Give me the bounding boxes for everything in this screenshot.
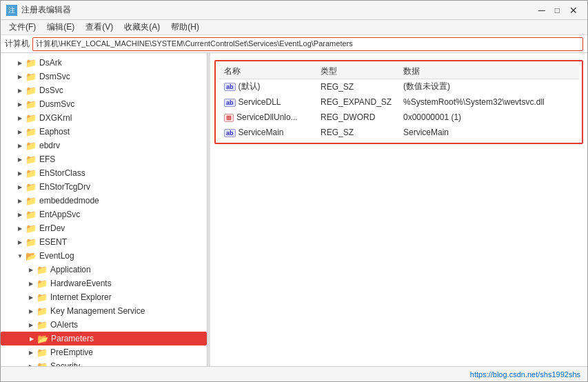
label-ehstortcgdrv: EhStorTcgDrv — [39, 182, 90, 192]
folder-icon-ebdrv — [26, 141, 37, 150]
folder-icon-eaphost — [26, 127, 37, 137]
tree-item-parameters[interactable]: Parameters — [1, 332, 207, 345]
label-dssvc: DsSvc — [39, 86, 63, 95]
status-link[interactable]: https://blog.csdn.net/shs1992shs — [470, 370, 580, 379]
folder-icon-dsark — [26, 58, 37, 68]
tree-item-dssvc[interactable]: DsSvc — [1, 83, 207, 97]
expand-application — [26, 264, 37, 275]
address-label: 计算机 — [5, 38, 30, 50]
tree-item-internetexplorer[interactable]: Internet Explorer — [1, 290, 207, 304]
tree-item-dsark[interactable]: DsArk — [1, 56, 207, 70]
menu-favorites[interactable]: 收藏夹(A) — [119, 20, 165, 34]
table-row[interactable]: ⊞ServiceDllUnlo...REG_DWORD0x00000001 (1… — [219, 110, 579, 125]
menu-help[interactable]: 帮助(H) — [165, 20, 205, 34]
app-icon: 注 — [6, 5, 17, 16]
maximize-button[interactable]: □ — [551, 6, 564, 15]
tree-item-dsmsvc[interactable]: DsmSvc — [1, 70, 207, 83]
expand-oalerts — [26, 319, 37, 330]
label-esent: ESENT — [39, 237, 67, 247]
folder-icon-entappsvc — [26, 210, 37, 219]
table-row[interactable]: abServiceDLLREG_EXPAND_SZ%SystemRoot%\Sy… — [219, 94, 579, 110]
folder-icon-eventlog — [26, 251, 37, 261]
tree-item-efs[interactable]: EFS — [1, 152, 207, 166]
tree-item-security[interactable]: Security — [1, 359, 207, 366]
folder-icon-dsmsvc — [26, 72, 37, 81]
label-embeddedmode: embeddedmode — [39, 196, 99, 205]
folder-icon-ehstortcgdrv — [26, 182, 37, 192]
tree-item-embeddedmode[interactable]: embeddedmode — [1, 194, 207, 208]
folder-icon-keymanagement — [37, 306, 48, 316]
tree-panel: DsArk DsmSvc DsSvc DusmSvc — [1, 53, 207, 366]
reg-type-cell: REG_DWORD — [315, 110, 398, 125]
col-data: 数据 — [398, 64, 579, 79]
label-eventlog: EventLog — [39, 251, 74, 261]
tree-item-hardwareevents[interactable]: HardwareEvents — [1, 277, 207, 290]
col-type: 类型 — [315, 64, 398, 79]
label-parameters: Parameters — [51, 334, 94, 343]
folder-icon-embeddedmode — [26, 196, 37, 205]
label-entappsvc: EntAppSvc — [39, 210, 80, 219]
label-security: Security — [50, 361, 80, 366]
main-window: 注 注册表编辑器 ─ □ ✕ 文件(F) 编辑(E) 查看(V) 收藏夹(A) … — [0, 0, 588, 382]
tree-item-application[interactable]: Application — [1, 263, 207, 277]
menu-bar: 文件(F) 编辑(E) 查看(V) 收藏夹(A) 帮助(H) — [1, 20, 587, 35]
label-efs: EFS — [39, 154, 55, 164]
tree-item-ebdrv[interactable]: ebdrv — [1, 139, 207, 152]
folder-icon-esent — [26, 237, 37, 247]
registry-box: 名称 类型 数据 ab(默认)REG_SZ(数值未设置)abServiceDLL… — [214, 60, 583, 144]
label-keymanagement: Key Management Service — [50, 306, 145, 316]
tree-item-errdev[interactable]: ErrDev — [1, 221, 207, 235]
label-errdev: ErrDev — [39, 223, 65, 233]
label-hardwareevents: HardwareEvents — [50, 279, 112, 288]
folder-icon-preemptive — [37, 348, 48, 357]
main-content: DsArk DsmSvc DsSvc DusmSvc — [1, 53, 587, 366]
expand-dssvc — [14, 85, 26, 96]
label-preemptive: PreEmptive — [50, 348, 93, 357]
reg-data-cell: (数值未设置) — [398, 79, 579, 94]
expand-ehstorclass — [14, 168, 26, 179]
close-button[interactable]: ✕ — [565, 5, 582, 16]
table-row[interactable]: ab(默认)REG_SZ(数值未设置) — [219, 79, 579, 94]
expand-keymanagement — [26, 305, 37, 316]
tree-item-ehstortcgdrv[interactable]: EhStorTcgDrv — [1, 180, 207, 194]
label-internetexplorer: Internet Explorer — [50, 292, 112, 302]
folder-icon-efs — [26, 154, 37, 164]
expand-hardwareevents — [26, 278, 37, 289]
tree-item-eventlog[interactable]: EventLog — [1, 249, 207, 263]
expand-entappsvc — [14, 209, 26, 220]
folder-icon-application — [37, 265, 48, 274]
tree-item-keymanagement[interactable]: Key Management Service — [1, 304, 207, 318]
address-input[interactable] — [32, 37, 583, 51]
expand-embeddedmode — [14, 195, 26, 206]
table-header-row: 名称 类型 数据 — [219, 64, 579, 79]
expand-dsmsvc — [14, 71, 26, 82]
expand-eventlog — [14, 250, 26, 261]
menu-file[interactable]: 文件(F) — [3, 20, 41, 34]
folder-icon-ehstorclass — [26, 168, 37, 178]
folder-icon-dusmsvc — [26, 99, 37, 109]
tree-item-dusmsvc[interactable]: DusmSvc — [1, 97, 207, 111]
label-dxgkrnl: DXGKrnl — [39, 113, 72, 123]
tree-item-oalerts[interactable]: OAlerts — [1, 318, 207, 332]
folder-icon-errdev — [26, 223, 37, 233]
expand-ebdrv — [14, 140, 26, 151]
status-bar: https://blog.csdn.net/shs1992shs — [1, 366, 587, 381]
menu-edit[interactable]: 编辑(E) — [41, 20, 80, 34]
tree-item-dxgkrnl[interactable]: DXGKrnl — [1, 111, 207, 125]
tree-item-eaphost[interactable]: Eaphost — [1, 125, 207, 139]
expand-errdev — [14, 223, 26, 234]
reg-data-cell: %SystemRoot%\System32\wevtsvc.dll — [398, 94, 579, 110]
tree-item-ehstorclass[interactable]: EhStorClass — [1, 166, 207, 180]
tree-item-esent[interactable]: ESENT — [1, 235, 207, 249]
expand-preemptive — [26, 347, 37, 358]
tree-item-entappsvc[interactable]: EntAppSvc — [1, 208, 207, 221]
dword-icon: ⊞ — [224, 114, 234, 122]
tree-item-preemptive[interactable]: PreEmptive — [1, 345, 207, 359]
minimize-button[interactable]: ─ — [534, 5, 549, 16]
reg-data-cell: 0x00000001 (1) — [398, 110, 579, 125]
table-row[interactable]: abServiceMainREG_SZServiceMain — [219, 125, 579, 140]
expand-parameters — [26, 333, 37, 344]
ab-icon: ab — [224, 129, 236, 137]
menu-view[interactable]: 查看(V) — [80, 20, 119, 34]
data-panel: 名称 类型 数据 ab(默认)REG_SZ(数值未设置)abServiceDLL… — [210, 53, 587, 366]
